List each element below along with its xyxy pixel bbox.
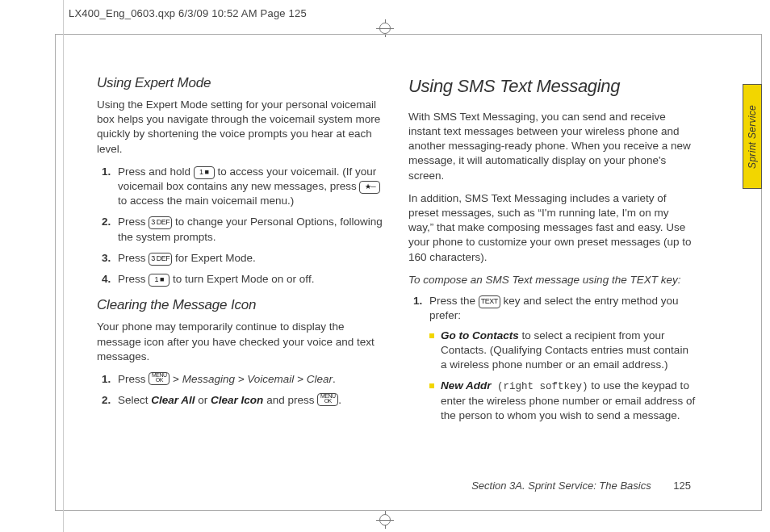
step-1: 1. Press the TEXT key and select the ent… [408,294,696,423]
bullet-go-to-contacts: Go to Contacts to select a recipient fro… [429,329,696,373]
text: for Expert Mode. [175,252,256,264]
option-clear-all: Clear All [151,394,195,406]
key-text-icon: TEXT [479,295,500,308]
step-4: 4. Press 1 ■ to turn Expert Mode on or o… [97,272,384,287]
section-tab: Sprint Service [743,84,762,189]
steps-expert-mode: 1. Press and hold 1 ■ to access your voi… [97,165,384,287]
option-label: New Addr [441,379,492,392]
key-menu-ok-icon: MENUOK [149,372,169,385]
text: to access the main voicemail menu.) [118,195,294,207]
text: and press [266,394,317,406]
text: Press [118,373,149,385]
text: > [173,373,182,385]
step-2: 2. Select Clear All or Clear Icon and pr… [97,393,384,408]
key-3-icon: 3 DEF [149,216,172,229]
steps-clearing: 1. Press MENUOK > Messaging > Voicemail … [97,372,384,408]
text: Press [118,273,149,285]
option-clear-icon: Clear Icon [211,394,263,406]
menu-path: Messaging > Voicemail > Clear [182,373,333,385]
step-3: 3. Press 3 DEF for Expert Mode. [97,251,384,266]
key-1-icon: 1 ■ [149,274,169,287]
key-1-icon: 1 ■ [194,166,215,179]
text: Press [118,252,149,264]
text: to turn Expert Mode on or off. [173,273,314,285]
key-3-icon: 3 DEF [149,253,172,266]
step-1: 1. Press MENUOK > Messaging > Voicemail … [97,372,384,387]
text: Press [118,216,149,228]
text: . [338,394,341,406]
text: Press and hold [118,165,194,178]
steps-compose: 1. Press the TEXT key and select the ent… [408,294,696,423]
bullet-new-addr: New Addr (right softkey) to use the keyp… [429,379,696,423]
key-star-icon: ★─ [359,181,380,194]
spine-guide-line [63,0,64,532]
text: Press the [429,295,479,307]
softkey-hint: (right softkey) [492,381,588,392]
heading-expert-mode: Using Expert Mode [97,74,384,93]
heading-clearing-icon: Clearing the Message Icon [97,296,384,315]
text: Select [118,394,151,406]
option-label: Go to Contacts [441,329,519,341]
page-number: 125 [673,480,691,492]
right-column: Using SMS Text Messaging With SMS Text M… [408,74,696,490]
text: . [333,373,336,385]
left-column: Using Expert Mode Using the Expert Mode … [97,74,384,490]
page-content: Using Expert Mode Using the Expert Mode … [97,74,696,490]
heading-sms: Using SMS Text Messaging [408,74,696,98]
subheading-compose: To compose an SMS Text message using the… [408,273,696,287]
page-footer: Section 3A. Sprint Service: The Basics 1… [471,479,691,493]
paragraph-sms-2: In addition, SMS Text Messaging includes… [408,191,696,265]
entry-method-list: Go to Contacts to select a recipient fro… [429,329,696,424]
step-2: 2. Press 3 DEF to change your Personal O… [97,215,384,244]
paragraph-clearing-intro: Your phone may temporarily continue to d… [97,320,384,364]
crop-mark-bottom [376,511,394,529]
footer-section: Section 3A. Sprint Service: The Basics [471,480,651,492]
print-job-header: LX400_Eng_0603.qxp 6/3/09 10:52 AM Page … [69,6,307,21]
text: or [198,394,211,406]
step-1: 1. Press and hold 1 ■ to access your voi… [97,165,384,209]
paragraph-expert-intro: Using the Expert Mode setting for your p… [97,98,384,157]
section-tab-label: Sprint Service [746,105,759,169]
key-menu-ok-icon: MENUOK [317,393,338,406]
paragraph-sms-1: With SMS Text Messaging, you can send an… [408,110,696,183]
